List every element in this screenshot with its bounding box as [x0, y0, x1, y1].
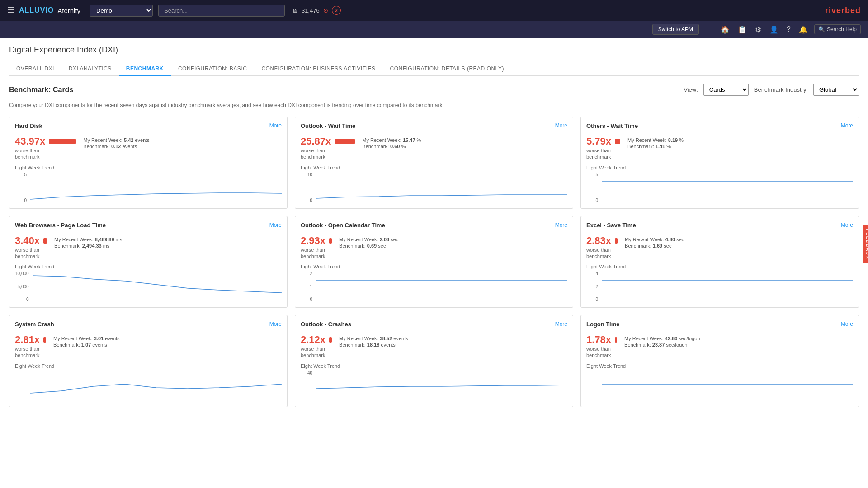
card-outlook-crashes: Outlook - Crashes More 2.12x worse thanb… — [295, 315, 573, 407]
monitor-info: 🖥 31,476 ⊙ 2 — [292, 6, 341, 15]
tab-config-basic[interactable]: CONFIGURATION: BASIC — [171, 62, 254, 76]
benchmark-val-outlook-crashes: Benchmark: 18.18 events — [339, 342, 408, 347]
metric-bar-system-crash — [43, 337, 46, 343]
card-more-excel-save[interactable]: More — [841, 222, 853, 228]
card-metrics-hard-disk: 43.97x worse thanbenchmark My Recent Wee… — [15, 136, 282, 160]
trend-section-web-browsers: Eight Week Trend 10,000 5,000 0 — [15, 264, 282, 302]
metric-value-hard-disk: 43.97x — [15, 136, 76, 147]
benchmark-val-system-crash: Benchmark: 1.07 events — [53, 342, 120, 347]
metric-bar-outlook-crashes — [329, 337, 332, 343]
card-more-system-crash[interactable]: More — [269, 321, 282, 327]
notification-icon[interactable]: 🔔 — [797, 23, 810, 36]
card-title-outlook-wait: Outlook - Wait Time — [301, 122, 355, 129]
bookmark-icon[interactable]: 📋 — [736, 23, 749, 36]
card-more-outlook-crashes[interactable]: More — [555, 321, 567, 327]
metric-left-web-browsers: 3.40x worse thanbenchmark — [15, 235, 47, 260]
tab-overall-dxi[interactable]: OVERALL DXI — [9, 62, 61, 76]
metric-value-web-browsers: 3.40x — [15, 235, 47, 247]
card-more-outlook-calendar[interactable]: More — [555, 222, 567, 228]
trend-chart-others-wait — [602, 172, 853, 203]
recent-week-logon-time: My Recent Week: 42.60 sec/logon — [624, 336, 700, 341]
industry-selector[interactable]: Global Finance Healthcare — [813, 84, 859, 96]
metric-bar-web-browsers — [43, 238, 47, 244]
metric-right-others-wait: My Recent Week: 8.19 % Benchmark: 1.41 % — [627, 136, 684, 160]
benchmark-val-hard-disk: Benchmark: 0.12 events — [83, 144, 150, 149]
recent-week-others-wait: My Recent Week: 8.19 % — [627, 137, 684, 143]
metric-bar-others-wait — [615, 139, 620, 144]
brand-logo: ALLUVIO — [19, 6, 54, 14]
trend-chart-outlook-wait — [316, 172, 567, 203]
tab-config-business[interactable]: CONFIGURATION: BUSINESS ACTIVITIES — [254, 62, 382, 76]
recent-week-outlook-wait: My Recent Week: 15.47 % — [362, 137, 421, 143]
card-title-logon-time: Logon Time — [586, 321, 619, 328]
settings-icon[interactable]: ⚙ — [753, 23, 763, 36]
user-icon[interactable]: 👤 — [768, 23, 780, 36]
trend-y-max-hard-disk: 5 — [15, 172, 27, 177]
card-metrics-system-crash: 2.81x worse thanbenchmark My Recent Week… — [15, 334, 282, 359]
feedback-button[interactable]: FEEDBACK — [863, 225, 868, 263]
benchmark-val-web-browsers: Benchmark: 2,494.33 ms — [54, 243, 122, 249]
card-title-system-crash: System Crash — [15, 321, 54, 328]
metric-bar-excel-save — [615, 238, 618, 244]
card-title-excel-save: Excel - Save Time — [586, 222, 636, 229]
trend-y-mid-excel-save: 2 — [586, 284, 598, 289]
trend-y-mid-web-browsers: 5,000 — [15, 284, 29, 289]
home-icon[interactable]: 🏠 — [719, 23, 731, 36]
card-more-web-browsers[interactable]: More — [269, 222, 282, 228]
card-metrics-outlook-wait: 25.87x worse thanbenchmark My Recent Wee… — [301, 136, 567, 160]
search-help-label: Search Help — [827, 26, 857, 33]
card-metrics-outlook-crashes: 2.12x worse thanbenchmark My Recent Week… — [301, 334, 567, 359]
trend-label-logon-time: Eight Week Trend — [586, 363, 853, 369]
card-others-wait: Others - Wait Time More 5.79x worse than… — [580, 117, 859, 209]
tab-dxi-analytics[interactable]: DXI ANALYTICS — [61, 62, 119, 76]
alert-badge[interactable]: 2 — [332, 6, 341, 15]
metric-left-hard-disk: 43.97x worse thanbenchmark — [15, 136, 76, 160]
help-icon[interactable]: ? — [785, 23, 793, 35]
tab-bar: OVERALL DXI DXI ANALYTICS BENCHMARK CONF… — [9, 62, 859, 76]
metric-value-outlook-crashes: 2.12x — [301, 334, 332, 346]
trend-section-logon-time: Eight Week Trend — [586, 363, 853, 401]
card-more-hard-disk[interactable]: More — [269, 122, 282, 129]
demo-selector[interactable]: Demo — [90, 5, 153, 17]
trend-section-excel-save: Eight Week Trend 4 2 0 — [586, 264, 853, 302]
tab-config-details[interactable]: CONFIGURATION: DETAILS (READ ONLY) — [383, 62, 511, 76]
trend-chart-web-browsers — [33, 271, 282, 302]
metric-right-web-browsers: My Recent Week: 8,469.89 ms Benchmark: 2… — [54, 235, 122, 260]
metric-bar-outlook-wait — [335, 139, 355, 144]
card-more-outlook-wait[interactable]: More — [555, 122, 567, 129]
card-hard-disk: Hard Disk More 43.97x worse thanbenchmar… — [9, 117, 288, 209]
card-logon-time: Logon Time More 1.78x worse thanbenchmar… — [580, 315, 859, 407]
card-metrics-outlook-calendar: 2.93x worse thanbenchmark My Recent Week… — [301, 235, 567, 260]
recent-week-system-crash: My Recent Week: 3.01 events — [53, 336, 120, 341]
hamburger-icon[interactable]: ☰ — [7, 5, 14, 15]
metric-label-hard-disk: worse thanbenchmark — [15, 147, 39, 160]
fullscreen-icon[interactable]: ⛶ — [703, 23, 714, 35]
trend-chart-hard-disk — [30, 172, 282, 203]
card-title-outlook-calendar: Outlook - Open Calendar Time — [301, 222, 385, 229]
metric-value-logon-time: 1.78x — [586, 334, 617, 346]
search-help-button[interactable]: 🔍 Search Help — [814, 24, 861, 34]
global-search-input[interactable] — [158, 5, 285, 17]
trend-section-system-crash: Eight Week Trend — [15, 363, 282, 401]
page-content: Digital Experience Index (DXI) OVERALL D… — [0, 38, 868, 488]
metric-label-logon-time: worse thanbenchmark — [586, 346, 611, 359]
card-more-others-wait[interactable]: More — [841, 122, 853, 129]
metric-value-outlook-calendar: 2.93x — [301, 235, 332, 247]
view-label: View: — [684, 86, 698, 93]
trend-chart-excel-save — [602, 271, 853, 302]
tab-benchmark[interactable]: BENCHMARK — [119, 62, 171, 76]
card-more-logon-time[interactable]: More — [841, 321, 853, 327]
trend-section-hard-disk: Eight Week Trend 5 0 — [15, 165, 282, 203]
metric-value-others-wait: 5.79x — [586, 136, 620, 147]
trend-section-outlook-crashes: Eight Week Trend 40 — [301, 363, 567, 401]
trend-chart-logon-time — [602, 371, 853, 401]
card-outlook-wait: Outlook - Wait Time More 25.87x worse th… — [295, 117, 573, 209]
industry-label: Benchmark Industry: — [754, 86, 808, 93]
trend-y-min-hard-disk: 0 — [15, 198, 27, 203]
view-selector[interactable]: Cards Table — [703, 84, 749, 96]
card-outlook-calendar: Outlook - Open Calendar Time More 2.93x … — [295, 216, 573, 308]
feedback-label[interactable]: FEEDBACK — [863, 225, 868, 263]
switch-to-apm-button[interactable]: Switch to APM — [652, 24, 699, 35]
benchmark-title: Benchmark: Cards — [9, 86, 684, 94]
metric-label-outlook-calendar: worse thanbenchmark — [301, 247, 325, 260]
